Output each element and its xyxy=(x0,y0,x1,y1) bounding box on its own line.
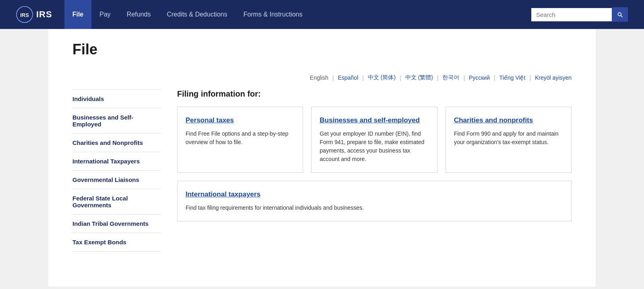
card-link-charities[interactable]: Charities and nonprofits xyxy=(454,116,563,125)
lang-korean[interactable]: 한국어 xyxy=(442,74,459,81)
search-bar xyxy=(531,7,628,22)
card-charities: Charities and nonprofits Find Form 990 a… xyxy=(446,107,572,173)
language-bar: English | Español | 中文 (简体) | 中文 (繁體) | … xyxy=(72,66,572,85)
card-businesses: Businesses and self-employed Get your em… xyxy=(311,107,437,173)
sidebar-item-businesses[interactable]: Businesses and Self-Employed xyxy=(72,108,161,134)
page-wrapper: File English | Español | 中文 (简体) | 中文 (繁… xyxy=(48,29,596,287)
logo[interactable]: IRS IRS xyxy=(16,6,52,23)
lang-chinese-simplified[interactable]: 中文 (简体) xyxy=(368,74,396,81)
sidebar-item-indian-tribal[interactable]: Indian Tribal Governments xyxy=(72,215,161,233)
nav-link-refunds[interactable]: Refunds xyxy=(119,0,159,29)
search-input[interactable] xyxy=(531,8,612,21)
lang-russian[interactable]: Русский xyxy=(469,74,490,81)
lang-espanol[interactable]: Español xyxy=(338,74,358,81)
svg-text:IRS: IRS xyxy=(20,12,29,18)
card-desc-charities: Find Form 990 and apply for and maintain… xyxy=(454,130,563,147)
card-link-personal-taxes[interactable]: Personal taxes xyxy=(186,116,295,125)
lang-chinese-traditional[interactable]: 中文 (繁體) xyxy=(405,74,433,81)
card-international: International taxpayers Find tax filing … xyxy=(177,181,572,221)
content-area: Filing information for: Personal taxes F… xyxy=(177,89,572,252)
card-link-international[interactable]: International taxpayers xyxy=(186,190,563,199)
nav-links: File Pay Refunds Credits & Deductions Fo… xyxy=(64,0,531,29)
cards-row: Personal taxes Find Free File options an… xyxy=(177,107,572,173)
sidebar-item-charities[interactable]: Charities and Nonprofits xyxy=(72,134,161,152)
sidebar-item-federal-state-local[interactable]: Federal State Local Governments xyxy=(72,189,161,215)
nav-link-pay[interactable]: Pay xyxy=(91,0,119,29)
main-content: Individuals Businesses and Self-Employed… xyxy=(72,89,572,252)
lang-vietnamese[interactable]: Tiếng Việt xyxy=(500,74,526,81)
sidebar-item-tax-exempt-bonds[interactable]: Tax Exempt Bonds xyxy=(72,233,161,252)
card-personal-taxes: Personal taxes Find Free File options an… xyxy=(177,107,303,173)
filing-heading: Filing information for: xyxy=(177,89,572,99)
card-desc-personal-taxes: Find Free File options and a step-by-ste… xyxy=(186,130,295,147)
lang-creole[interactable]: Kreyòl ayisyen xyxy=(535,74,572,81)
sidebar-item-individuals[interactable]: Individuals xyxy=(72,89,161,108)
irs-logo-icon: IRS xyxy=(16,6,33,23)
nav-link-file[interactable]: File xyxy=(64,0,92,29)
card-desc-international: Find tax filing requirements for interna… xyxy=(186,204,563,212)
nav-link-forms[interactable]: Forms & Instructions xyxy=(235,0,311,29)
navbar: IRS IRS File Pay Refunds Credits & Deduc… xyxy=(0,0,644,29)
nav-link-credits[interactable]: Credits & Deductions xyxy=(159,0,235,29)
card-desc-businesses: Get your employer ID number (EIN), find … xyxy=(320,130,429,163)
sidebar-item-international-taxpayers[interactable]: International Taxpayers xyxy=(72,152,161,171)
sidebar: Individuals Businesses and Self-Employed… xyxy=(72,89,161,252)
sidebar-item-governmental-liaisons[interactable]: Governmental Liaisons xyxy=(72,171,161,189)
logo-text: IRS xyxy=(36,9,52,20)
page-title: File xyxy=(72,29,572,66)
card-link-businesses[interactable]: Businesses and self-employed xyxy=(320,116,429,125)
search-button[interactable] xyxy=(612,7,628,22)
search-icon xyxy=(617,11,623,18)
lang-english: English xyxy=(310,74,328,81)
